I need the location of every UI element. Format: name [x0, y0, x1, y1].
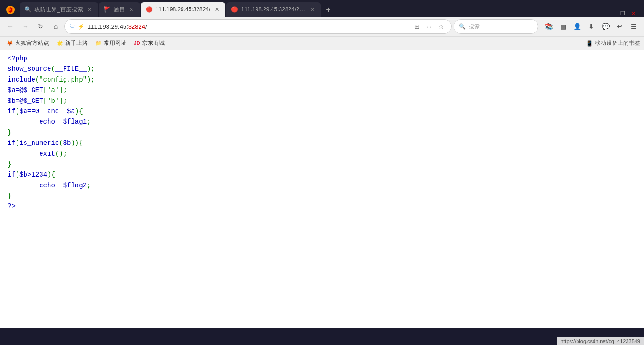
address-port: 32824 [128, 23, 145, 30]
status-bar: https://blog.csdn.net/qq_41233549 [557, 337, 644, 345]
tab-baidu-close[interactable]: ✕ [86, 6, 93, 13]
bookmark-fox[interactable]: 🦊 火狐官方站点 [4, 38, 52, 48]
bookmarks-bar: 🦊 火狐官方站点 🌟 新手上路 📁 常用网址 JD 京东商城 📱 移动设备上的书… [0, 36, 644, 50]
collections-button[interactable]: 📚 [542, 20, 555, 33]
code-line-14: } [8, 191, 636, 201]
add-tab-button[interactable]: + [322, 3, 335, 17]
browser-chrome: 🔍 攻防世界_百度搜索 ✕ 🚩 题目 ✕ 🔴 111.198.29.45:328… [0, 0, 644, 50]
tab-baidu-favicon: 🔍 [25, 6, 32, 13]
bookmark-common-label: 常用网址 [104, 39, 126, 47]
code-line-1: <?php [8, 53, 636, 64]
tab-ctf-close[interactable]: ✕ [128, 6, 135, 13]
home-button[interactable]: ⌂ [49, 20, 62, 33]
code-line-11: } [8, 159, 636, 169]
window-controls: — ❐ ✕ [609, 10, 640, 17]
tab-main-close[interactable]: ✕ [213, 6, 221, 13]
code-line-4: $a=@$_GET['a']; [8, 85, 636, 95]
bookmark-newbie-icon: 🌟 [57, 40, 63, 46]
code-line-3: include("config.php"); [8, 75, 636, 85]
tab-ctf-favicon: 🚩 [104, 6, 111, 13]
tab-ctf-label: 题目 [114, 6, 125, 14]
tab-query[interactable]: 🔴 111.198.29.45:32824/?a=%220% ✕ [226, 2, 321, 17]
back-history-button[interactable]: ↩ [613, 20, 626, 33]
tab-ctf[interactable]: 🚩 题目 ✕ [99, 2, 140, 17]
code-line-13: echo $flag2; [8, 180, 636, 191]
code-line-2: show_source(__FILE__); [8, 64, 636, 74]
security-icon: 🛡 [69, 23, 75, 30]
chat-button[interactable]: 💬 [599, 20, 612, 33]
tab-main-label: 111.198.29.45:32824/ [156, 6, 211, 13]
nav-bar: ← → ↻ ⌂ 🛡 ⚡ 111.198.29.45:32824/ ⊞ ··· ☆… [0, 17, 644, 36]
search-bar[interactable]: 🔍 搜索 [454, 19, 538, 34]
bookmark-jd-label: 京东商城 [142, 39, 165, 47]
reader-view-icon[interactable]: ⊞ [412, 21, 422, 32]
address-actions: ⊞ ··· ☆ [412, 21, 446, 32]
address-path: / [145, 23, 147, 30]
search-icon: 🔍 [459, 23, 466, 30]
code-line-12: if($b>1234){ [8, 169, 636, 180]
bookmark-fox-icon: 🦊 [7, 40, 13, 46]
code-line-7: echo $flag1; [8, 117, 636, 127]
tab-query-close[interactable]: ✕ [308, 6, 316, 13]
more-options-icon[interactable]: ··· [424, 21, 434, 32]
tab-main-favicon: 🔴 [146, 6, 153, 13]
bookmark-star-icon[interactable]: ☆ [436, 21, 446, 32]
toolbar-actions: 📚 ▤ 👤 ⬇ 💬 ↩ ☰ [542, 20, 640, 33]
tab-baidu[interactable]: 🔍 攻防世界_百度搜索 ✕ [20, 2, 98, 17]
address-host: 111.198.29.45: [87, 23, 128, 30]
sync-button[interactable]: ⬇ [585, 20, 598, 33]
minimize-button[interactable]: — [609, 10, 616, 17]
bookmark-common-icon: 📁 [95, 40, 102, 46]
code-line-15: ?> [8, 201, 636, 211]
account-button[interactable]: 👤 [570, 20, 584, 33]
code-line-9: if(is_numeric($b)){ [8, 138, 636, 148]
tab-query-label: 111.198.29.45:32824/?a=%220% [241, 6, 305, 13]
tab-query-favicon: 🔴 [231, 6, 238, 13]
bookmark-jd-icon: JD [134, 41, 140, 46]
maximize-button[interactable]: ❐ [619, 10, 626, 17]
bookmark-newbie[interactable]: 🌟 新手上路 [54, 38, 91, 48]
bookmark-newbie-label: 新手上路 [65, 39, 88, 47]
address-bar[interactable]: 🛡 ⚡ 111.198.29.45:32824/ ⊞ ··· ☆ [64, 19, 452, 34]
bookmark-common[interactable]: 📁 常用网址 [92, 38, 129, 48]
search-placeholder: 搜索 [469, 23, 480, 31]
bookmark-jd[interactable]: JD 京东商城 [131, 38, 167, 48]
bookmarks-right: 📱 移动设备上的书签 [586, 39, 640, 47]
back-button[interactable]: ← [4, 20, 17, 33]
close-button[interactable]: ✕ [630, 10, 636, 17]
menu-button[interactable]: ☰ [627, 20, 640, 33]
reload-button[interactable]: ↻ [34, 20, 47, 33]
status-link: https://blog.csdn.net/qq_41233549 [561, 338, 640, 344]
tab-main[interactable]: 🔴 111.198.29.45:32824/ ✕ [141, 2, 226, 17]
tracking-icon: ⚡ [78, 24, 84, 30]
forward-button[interactable]: → [19, 20, 32, 33]
page-content: <?php show_source(__FILE__); include("co… [0, 50, 644, 328]
sidebar-button[interactable]: ▤ [556, 20, 570, 33]
bookmark-fox-label: 火狐官方站点 [15, 39, 49, 47]
firefox-logo-icon [4, 3, 17, 17]
mobile-bookmarks-icon: 📱 [586, 40, 593, 47]
tab-baidu-label: 攻防世界_百度搜索 [34, 6, 83, 14]
tabs-bar: 🔍 攻防世界_百度搜索 ✕ 🚩 题目 ✕ 🔴 111.198.29.45:328… [0, 0, 644, 17]
code-line-10: exit(); [8, 149, 636, 159]
code-line-5: $b=@$_GET['b']; [8, 96, 636, 106]
address-text: 111.198.29.45:32824/ [87, 23, 409, 30]
code-line-6: if($a==0 and $a){ [8, 106, 636, 117]
code-line-8: } [8, 127, 636, 138]
mobile-bookmarks-label: 移动设备上的书签 [595, 39, 640, 47]
